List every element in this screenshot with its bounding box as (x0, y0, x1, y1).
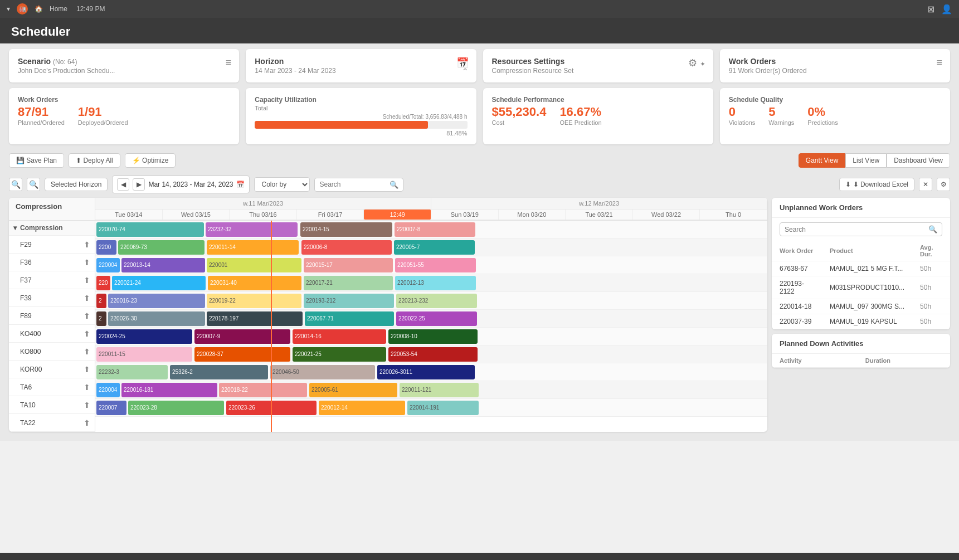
block-220019-22[interactable]: 220019-22 (207, 294, 301, 308)
deploy-all-button[interactable]: ⬆ Deploy All (69, 153, 120, 168)
gantt-settings-button[interactable]: ⚙ (937, 178, 950, 191)
color-by-select[interactable]: Color by (254, 177, 310, 192)
gantt-header: Compression w.11 Mar/2023 w.12 Mar/2023 … (9, 198, 767, 221)
block-220012-14[interactable]: 220012-14 (319, 401, 405, 415)
block-220007-9[interactable]: 220007-9 (194, 329, 290, 344)
tab-list[interactable]: List View (845, 153, 887, 168)
block-220016-23[interactable]: 220016-23 (108, 294, 205, 308)
block-22232-3[interactable]: 22232-3 (96, 365, 168, 379)
block-220007-r10[interactable]: 220007 (96, 401, 126, 415)
zoom-out-button[interactable]: 🔍 (9, 178, 22, 191)
block-220006-8[interactable]: 220006-8 (301, 240, 392, 255)
search-input[interactable] (319, 181, 386, 188)
block-2-r5[interactable]: 2 (96, 311, 106, 326)
block-220-r3[interactable]: 220 (96, 276, 110, 290)
line-row-ko400: KO400 ⬆ (9, 325, 95, 343)
block-220008-10[interactable]: 220008-10 (388, 329, 478, 344)
lines-panel: ▾ Compression F29 ⬆ F36 ⬆ F37 ⬆ (9, 221, 95, 432)
day-7: Tue 03/21 (566, 210, 633, 220)
save-plan-button[interactable]: 💾 Save Plan (9, 153, 64, 168)
block-220014-16[interactable]: 220014-16 (293, 329, 386, 344)
zoom-in-button[interactable]: 🔍 (27, 178, 40, 191)
download-excel-button[interactable]: ⬇ ⬇ Download Excel (839, 178, 914, 191)
upload-icon-f37[interactable]: ⬆ (84, 276, 90, 285)
block-220024-25[interactable]: 220024-25 (96, 329, 192, 344)
block-220017-21[interactable]: 220017-21 (304, 276, 393, 290)
upload-icon-f36[interactable]: ⬆ (84, 258, 90, 267)
upload-icon-f39[interactable]: ⬆ (84, 294, 90, 303)
calendar-icon[interactable]: 📅 (236, 181, 245, 188)
upload-icon-ta6[interactable]: ⬆ (84, 383, 90, 392)
scenario-icon[interactable]: ≡ (226, 57, 232, 69)
block-220031-40[interactable]: 220031-40 (208, 276, 301, 290)
gantt-row-f36: 2200 220069-73 220011-14 220006-8 220005… (95, 238, 767, 256)
block-220014-191[interactable]: 220014-191 (407, 401, 479, 415)
block-220014-15[interactable]: 220014-15 (300, 222, 392, 237)
upload-icon-ta22[interactable]: ⬆ (84, 418, 90, 427)
block-220067-71[interactable]: 220067-71 (305, 311, 394, 326)
block-220018-22[interactable]: 220018-22 (219, 383, 307, 397)
block-220001[interactable]: 220001 (207, 258, 301, 272)
block-220193-212[interactable]: 220193-212 (304, 294, 394, 308)
block-220004-r9[interactable]: 220004 (96, 383, 120, 397)
metric-planned-value: 87/91 (18, 105, 65, 119)
tab-dashboard[interactable]: Dashboard View (887, 153, 950, 168)
unplanned-search-icon[interactable]: 🔍 (928, 225, 937, 233)
resources-description: Compression Resource Set (492, 67, 704, 75)
optimize-button[interactable]: ⚡ Optimize (125, 153, 176, 168)
resources-icon[interactable]: ⚙ ✦ (688, 57, 705, 69)
upload-icon-kor00[interactable]: ⬆ (84, 365, 90, 374)
block-220022-25[interactable]: 220022-25 (396, 311, 477, 326)
block-220016-181[interactable]: 220016-181 (121, 383, 217, 397)
block-2-r4[interactable]: 2 (96, 294, 106, 308)
block-220051-55[interactable]: 220051-55 (395, 258, 476, 272)
group-collapse-icon[interactable]: ▾ (13, 224, 17, 232)
block-220046-50[interactable]: 220046-50 (270, 365, 375, 379)
block-220070-74[interactable]: 220070-74 (96, 222, 204, 237)
upload-icon-f89[interactable]: ⬆ (84, 311, 90, 320)
block-220178-197[interactable]: 220178-197 (207, 311, 303, 326)
maximize-icon[interactable]: ⊠ (927, 4, 934, 14)
block-220011-121[interactable]: 220011-121 (400, 383, 479, 397)
unplanned-search-input[interactable] (785, 226, 925, 233)
block-220013-14[interactable]: 220013-14 (121, 258, 205, 272)
block-23232-32[interactable]: 23232-32 (206, 222, 298, 237)
search-icon[interactable]: 🔍 (390, 181, 398, 189)
horizon-collapse-icon[interactable]: ⌃ (461, 66, 469, 77)
date-next-button[interactable]: ▶ (133, 178, 145, 191)
block-220005-7[interactable]: 220005-7 (394, 240, 475, 255)
line-ta22-label: TA22 (20, 419, 36, 427)
metrics-row: Work Orders 87/91 Planned/Ordered 1/91 D… (0, 88, 959, 150)
block-220069-73[interactable]: 220069-73 (118, 240, 205, 255)
block-25326-2[interactable]: 25326-2 (170, 365, 268, 379)
upload-icon-ko400[interactable]: ⬆ (84, 329, 90, 338)
block-2200[interactable]: 2200 (96, 240, 116, 255)
date-prev-button[interactable]: ◀ (117, 178, 129, 191)
block-220011-14[interactable]: 220011-14 (207, 240, 299, 255)
upload-icon-f29[interactable]: ⬆ (84, 240, 90, 249)
block-220021-25[interactable]: 220021-25 (293, 347, 386, 362)
block-220012-13[interactable]: 220012-13 (395, 276, 476, 290)
block-220004-r2[interactable]: 220004 (96, 258, 120, 272)
block-220023-28[interactable]: 220023-28 (128, 401, 224, 415)
block-220053-54[interactable]: 220053-54 (388, 347, 478, 362)
upload-icon-ta10[interactable]: ⬆ (84, 401, 90, 410)
tab-gantt[interactable]: Gantt View (799, 153, 845, 168)
block-220007-8[interactable]: 220007-8 (395, 222, 475, 237)
upload-icon-ko800[interactable]: ⬆ (84, 347, 90, 356)
block-220005-61[interactable]: 220005-61 (309, 383, 397, 397)
block-220023-26[interactable]: 220023-26 (226, 401, 317, 415)
home-icon[interactable]: 🏠 (35, 5, 43, 13)
block-220015-17[interactable]: 220015-17 (304, 258, 393, 272)
close-gantt-button[interactable]: ✕ (919, 178, 932, 191)
block-220011-15[interactable]: 220011-15 (96, 347, 192, 362)
workorders-icon[interactable]: ≡ (936, 57, 942, 69)
block-220021-24[interactable]: 220021-24 (112, 276, 206, 290)
block-220028-37[interactable]: 220028-37 (194, 347, 290, 362)
block-220213-232[interactable]: 220213-232 (396, 294, 477, 308)
horizon-dates: 14 Mar 2023 - 24 Mar 2023 (255, 67, 467, 75)
block-220026-30[interactable]: 220026-30 (108, 311, 205, 326)
selected-horizon-button[interactable]: Selected Horizon (45, 178, 108, 191)
block-220026-3011[interactable]: 220026-3011 (377, 365, 475, 379)
user-icon[interactable]: 👤 (941, 4, 952, 14)
